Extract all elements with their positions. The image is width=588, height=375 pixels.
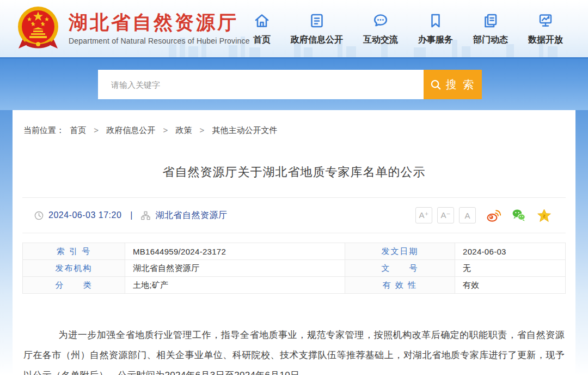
nav-item-services[interactable]: 办事服务 <box>418 12 453 46</box>
breadcrumb-separator: > <box>94 125 99 135</box>
wechat-share-icon[interactable] <box>511 208 526 223</box>
qzone-share-icon[interactable]: z <box>537 208 552 223</box>
monitor-icon <box>537 12 554 29</box>
nav-label: 首页 <box>253 34 271 46</box>
breadcrumb-item-home[interactable]: 首页 <box>70 125 86 135</box>
divider <box>22 233 566 233</box>
search-section: 搜 索 <box>0 57 588 110</box>
site-brand: 湖北省自然资源厅 Department of Natural Resources… <box>69 12 250 46</box>
bookmark-icon <box>427 12 444 29</box>
table-row: 索 引 号 MB1644959/2024-23172 发文日期 2024-06-… <box>23 243 566 260</box>
meta-value-validity: 有效 <box>455 277 566 294</box>
meta-value-issuing-agency: 湖北省自然资源厅 <box>125 260 345 277</box>
nav-label: 部门动态 <box>473 34 508 46</box>
nav-item-home[interactable]: 首页 <box>253 12 271 46</box>
nav-item-gov-info[interactable]: 政府信息公开 <box>291 12 343 46</box>
breadcrumb-item-policy[interactable]: 政策 <box>175 125 192 135</box>
meta-label-validity: 有 效 性 <box>345 277 455 294</box>
article-title: 省自然资源厅关于湖北省地质专家库名单的公示 <box>15 164 573 180</box>
page-background: 当前位置： 首页 > 政府信息公开 > 政策 > 其他主动公开文件 省自然资源厅… <box>0 110 588 375</box>
nav-item-department-news[interactable]: 部门动态 <box>473 12 508 46</box>
article-source: 湖北省自然资源厅 <box>155 210 227 221</box>
table-row: 分 类 土地;矿产 有 效 性 有效 <box>23 277 566 294</box>
national-emblem-logo <box>16 5 60 53</box>
site-subtitle: Department of Natural Resources of Hubei… <box>69 37 250 45</box>
search-button-label: 搜 索 <box>446 77 476 92</box>
main-nav: 首页 政府信息公开 互动交流 <box>253 12 563 46</box>
site-header: 湖北省自然资源厅 Department of Natural Resources… <box>0 0 588 57</box>
meta-label-issuing-agency: 发布机构 <box>23 260 125 277</box>
breadcrumb-item-other-docs[interactable]: 其他主动公开文件 <box>212 125 278 135</box>
breadcrumb-separator: > <box>200 125 205 135</box>
chat-icon <box>372 12 389 29</box>
publish-info: 2024-06-03 17:20 | 湖北省自然资源厅 <box>34 210 227 221</box>
nav-label: 互动交流 <box>363 34 398 46</box>
nav-label: 数据开放 <box>528 34 563 46</box>
meta-value-index-number: MB1644959/2024-23172 <box>125 243 345 260</box>
home-icon <box>253 12 271 29</box>
nav-item-open-data[interactable]: 数据开放 <box>528 12 563 46</box>
meta-separator: | <box>130 210 132 220</box>
article-body-paragraph: 为进一步加强全省地质行业管理工作，指导全省地质事业，规范专家管理，按照机构改革后… <box>23 325 565 375</box>
breadcrumb-prefix: 当前位置： <box>23 125 64 135</box>
font-reset-button[interactable]: A <box>459 207 476 223</box>
breadcrumb: 当前位置： 首页 > 政府信息公开 > 政策 > 其他主动公开文件 <box>15 110 573 136</box>
breadcrumb-separator: > <box>163 125 168 135</box>
stack-icon <box>482 12 499 29</box>
article-meta-row: 2024-06-03 17:20 | 湖北省自然资源厅 A⁺ A⁻ A <box>15 198 573 233</box>
document-icon <box>308 12 326 29</box>
search-input[interactable] <box>98 70 424 99</box>
font-increase-button[interactable]: A⁺ <box>415 207 432 223</box>
nav-label: 政府信息公开 <box>291 34 343 46</box>
weibo-share-icon[interactable] <box>486 208 501 223</box>
svg-text:z: z <box>543 213 546 218</box>
meta-value-doc-number: 无 <box>455 260 566 277</box>
article-tools: A⁺ A⁻ A <box>411 207 552 223</box>
nav-item-interaction[interactable]: 互动交流 <box>363 12 398 46</box>
meta-label-category: 分 类 <box>23 277 125 294</box>
content-card: 当前位置： 首页 > 政府信息公开 > 政策 > 其他主动公开文件 省自然资源厅… <box>13 110 575 375</box>
source-icon <box>141 211 150 220</box>
meta-label-index-number: 索 引 号 <box>23 243 125 260</box>
meta-value-category: 土地;矿产 <box>125 277 345 294</box>
search-icon <box>430 79 442 90</box>
meta-label-doc-number: 文 号 <box>345 260 455 277</box>
clock-icon <box>34 211 44 220</box>
search-button[interactable]: 搜 索 <box>424 70 482 99</box>
breadcrumb-item-gov-info[interactable]: 政府信息公开 <box>106 125 155 135</box>
nav-label: 办事服务 <box>418 34 453 46</box>
font-decrease-button[interactable]: A⁻ <box>437 207 454 223</box>
meta-value-issue-date: 2024-06-03 <box>455 243 566 260</box>
publish-time: 2024-06-03 17:20 <box>48 210 121 220</box>
document-meta-table: 索 引 号 MB1644959/2024-23172 发文日期 2024-06-… <box>22 243 566 294</box>
site-title: 湖北省自然资源厅 <box>69 12 250 33</box>
table-row: 发布机构 湖北省自然资源厅 文 号 无 <box>23 260 566 277</box>
meta-label-issue-date: 发文日期 <box>345 243 455 260</box>
